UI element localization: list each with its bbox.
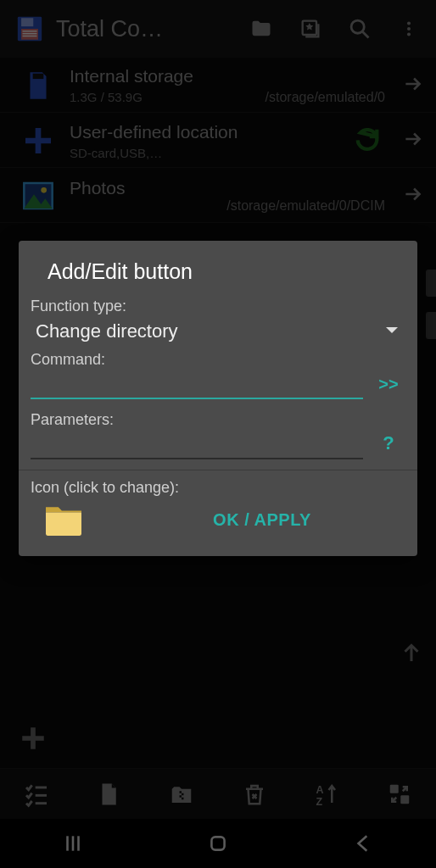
plus-icon: [19, 121, 58, 160]
svg-rect-29: [211, 837, 224, 849]
command-label: Command:: [31, 351, 405, 369]
parameters-input[interactable]: [31, 431, 363, 459]
svg-point-7: [351, 20, 364, 33]
app-title: Total Co…: [56, 16, 163, 42]
row-title: User-defined location: [70, 122, 341, 142]
svg-point-14: [41, 187, 47, 193]
function-type-value: Change directory: [36, 320, 178, 342]
android-navbar: [0, 819, 436, 868]
row-subtitle: SD-card,USB,…: [70, 146, 341, 160]
caret-down-icon: [385, 324, 399, 339]
function-type-dropdown[interactable]: Change directory: [31, 315, 405, 346]
svg-rect-21: [182, 797, 184, 799]
icon-preview[interactable]: [41, 502, 87, 537]
archive-icon[interactable]: [163, 776, 200, 813]
svg-rect-25: [400, 795, 409, 804]
divider: [19, 470, 417, 470]
search-icon[interactable]: [341, 10, 378, 47]
row-internal-storage[interactable]: Internal storage 1.3G / 53.9G /storage/e…: [0, 58, 436, 113]
overflow-menu-icon[interactable]: [390, 10, 428, 47]
svg-line-8: [363, 32, 369, 38]
command-more-button[interactable]: >>: [372, 375, 405, 399]
sort-icon[interactable]: AZ: [308, 776, 345, 813]
svg-rect-18: [180, 791, 182, 793]
select-icon[interactable]: [18, 776, 55, 813]
scroll-up-icon[interactable]: [399, 640, 424, 669]
svg-point-9: [407, 22, 411, 25]
add-row[interactable]: [0, 712, 436, 768]
row-usage: 1.3G / 53.9G: [70, 90, 143, 104]
drawer-handle[interactable]: [426, 312, 436, 339]
swap-icon[interactable]: [381, 776, 418, 813]
row-user-defined[interactable]: User-defined location SD-card,USB,…: [0, 113, 436, 168]
svg-point-10: [407, 27, 411, 31]
row-title: Internal storage: [70, 66, 385, 86]
function-type-label: Function type:: [31, 298, 405, 315]
icon-label: Icon (click to change):: [31, 479, 405, 497]
chevron-right-icon[interactable]: [397, 73, 424, 98]
app-bar: Total Co…: [0, 0, 436, 58]
nav-recent-icon[interactable]: [54, 825, 92, 862]
newfile-icon[interactable]: [90, 776, 127, 813]
folder-icon[interactable]: [243, 10, 280, 47]
parameters-help-button[interactable]: ?: [372, 432, 405, 459]
svg-text:A: A: [316, 783, 324, 795]
svg-rect-24: [390, 784, 399, 793]
svg-text:Z: Z: [316, 795, 323, 807]
nav-back-icon[interactable]: [344, 825, 382, 862]
row-title: Photos: [70, 178, 385, 198]
svg-point-11: [407, 32, 411, 36]
parameters-label: Parameters:: [31, 411, 405, 429]
command-input[interactable]: [31, 370, 363, 399]
svg-rect-19: [182, 793, 184, 795]
image-icon: [19, 176, 58, 215]
svg-rect-20: [180, 795, 182, 798]
file-list: Internal storage 1.3G / 53.9G /storage/e…: [0, 58, 436, 223]
sdcard-icon: [19, 66, 58, 105]
bookmark-icon[interactable]: [292, 10, 329, 47]
ok-apply-button[interactable]: OK / APPLY: [120, 510, 404, 530]
dialog-title: Add/Edit button: [31, 256, 405, 292]
refresh-icon[interactable]: [353, 125, 385, 157]
add-edit-button-dialog: Add/Edit button Function type: Change di…: [19, 241, 417, 556]
app-icon: [15, 14, 44, 43]
drawer-handle[interactable]: [426, 270, 436, 297]
delete-icon[interactable]: [236, 776, 273, 813]
svg-rect-12: [33, 74, 44, 79]
row-path: /storage/emulated/0: [266, 90, 385, 105]
nav-home-icon[interactable]: [199, 825, 237, 862]
svg-rect-1: [21, 18, 33, 26]
row-path: /storage/emulated/0/DCIM: [226, 198, 385, 214]
chevron-right-icon[interactable]: [397, 183, 424, 209]
bottom-toolbar: AZ: [0, 768, 436, 819]
row-photos[interactable]: Photos /storage/emulated/0/DCIM: [0, 168, 436, 223]
chevron-right-icon[interactable]: [397, 128, 424, 153]
